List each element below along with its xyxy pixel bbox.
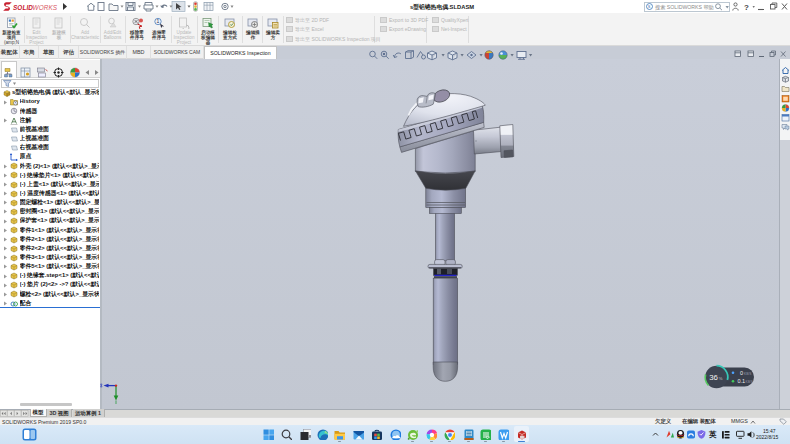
svg-text:WORKS: WORKS [33, 4, 58, 11]
svg-text:英: 英 [708, 430, 717, 439]
svg-text:?: ? [744, 3, 749, 12]
svg-text:36: 36 [709, 373, 718, 382]
svg-text:SOLID: SOLID [13, 4, 33, 11]
svg-text:%: % [719, 376, 723, 381]
svg-text:0.1: 0.1 [738, 378, 746, 384]
svg-text:KB/S: KB/S [744, 372, 751, 376]
svg-text:s: s [648, 4, 651, 9]
svg-text:1: 1 [157, 18, 160, 24]
svg-text:KB/S: KB/S [746, 380, 753, 384]
svg-text:0: 0 [740, 370, 743, 376]
